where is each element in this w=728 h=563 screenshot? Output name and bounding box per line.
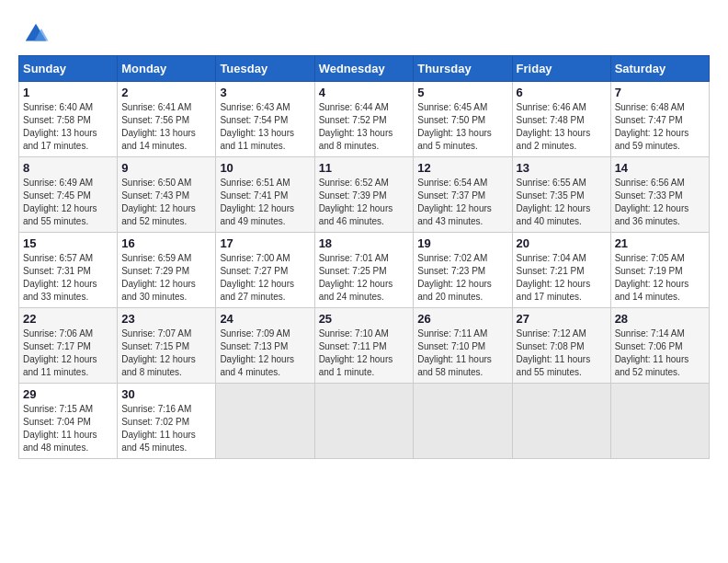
calendar-cell: 21Sunrise: 7:05 AMSunset: 7:19 PMDayligh… (610, 233, 709, 308)
calendar-week-row: 1Sunrise: 6:40 AMSunset: 7:58 PMDaylight… (19, 82, 710, 157)
day-number: 22 (23, 312, 113, 326)
header (18, 18, 710, 46)
day-info: Sunrise: 7:11 AMSunset: 7:10 PMDaylight:… (417, 327, 507, 379)
day-info: Sunrise: 6:44 AMSunset: 7:52 PMDaylight:… (319, 101, 410, 153)
day-number: 13 (517, 161, 607, 175)
calendar-cell: 24Sunrise: 7:09 AMSunset: 7:13 PMDayligh… (216, 308, 314, 384)
day-number: 29 (23, 387, 113, 401)
calendar-cell: 1Sunrise: 6:40 AMSunset: 7:58 PMDaylight… (19, 82, 118, 157)
calendar-week-row: 29Sunrise: 7:15 AMSunset: 7:04 PMDayligh… (19, 384, 710, 459)
calendar-cell: 19Sunrise: 7:02 AMSunset: 7:23 PMDayligh… (414, 233, 512, 308)
day-info: Sunrise: 7:07 AMSunset: 7:15 PMDaylight:… (121, 327, 211, 379)
weekday-header-row: SundayMondayTuesdayWednesdayThursdayFrid… (19, 56, 710, 82)
day-info: Sunrise: 6:46 AMSunset: 7:48 PMDaylight:… (517, 101, 607, 153)
day-info: Sunrise: 6:45 AMSunset: 7:50 PMDaylight:… (417, 101, 507, 153)
calendar-cell: 17Sunrise: 7:00 AMSunset: 7:27 PMDayligh… (216, 233, 314, 308)
calendar-cell: 28Sunrise: 7:14 AMSunset: 7:06 PMDayligh… (610, 308, 709, 384)
day-info: Sunrise: 7:05 AMSunset: 7:19 PMDaylight:… (615, 252, 705, 304)
calendar-cell (216, 384, 314, 459)
day-number: 30 (121, 387, 211, 401)
day-number: 4 (319, 86, 410, 99)
calendar-cell (314, 384, 414, 459)
day-number: 7 (615, 86, 705, 99)
weekday-header-sunday: Sunday (19, 56, 118, 82)
day-number: 25 (319, 312, 410, 326)
day-number: 9 (121, 161, 211, 175)
calendar-cell: 3Sunrise: 6:43 AMSunset: 7:54 PMDaylight… (216, 82, 314, 157)
calendar-cell: 4Sunrise: 6:44 AMSunset: 7:52 PMDaylight… (314, 82, 414, 157)
calendar-cell: 11Sunrise: 6:52 AMSunset: 7:39 PMDayligh… (314, 157, 414, 233)
day-number: 5 (417, 86, 507, 99)
day-info: Sunrise: 7:02 AMSunset: 7:23 PMDaylight:… (417, 252, 507, 304)
day-number: 26 (417, 312, 507, 326)
day-number: 1 (23, 86, 113, 99)
calendar-cell: 25Sunrise: 7:10 AMSunset: 7:11 PMDayligh… (314, 308, 414, 384)
day-number: 2 (121, 86, 211, 99)
calendar-cell: 8Sunrise: 6:49 AMSunset: 7:45 PMDaylight… (19, 157, 118, 233)
day-number: 10 (220, 161, 310, 175)
day-info: Sunrise: 6:43 AMSunset: 7:54 PMDaylight:… (220, 101, 310, 153)
day-number: 17 (220, 236, 310, 250)
calendar-cell: 6Sunrise: 6:46 AMSunset: 7:48 PMDaylight… (512, 82, 610, 157)
day-number: 11 (319, 161, 410, 175)
day-info: Sunrise: 6:55 AMSunset: 7:35 PMDaylight:… (517, 177, 607, 228)
day-info: Sunrise: 7:00 AMSunset: 7:27 PMDaylight:… (220, 252, 310, 304)
calendar-week-row: 15Sunrise: 6:57 AMSunset: 7:31 PMDayligh… (19, 233, 710, 308)
day-info: Sunrise: 7:09 AMSunset: 7:13 PMDaylight:… (220, 327, 310, 379)
day-number: 21 (615, 236, 705, 250)
calendar-cell: 7Sunrise: 6:48 AMSunset: 7:47 PMDaylight… (610, 82, 709, 157)
calendar-cell (414, 384, 512, 459)
calendar-cell: 2Sunrise: 6:41 AMSunset: 7:56 PMDaylight… (118, 82, 216, 157)
weekday-header-friday: Friday (512, 56, 610, 82)
day-number: 19 (417, 236, 507, 250)
day-number: 15 (23, 236, 113, 250)
day-info: Sunrise: 6:40 AMSunset: 7:58 PMDaylight:… (23, 101, 113, 153)
calendar-cell: 22Sunrise: 7:06 AMSunset: 7:17 PMDayligh… (19, 308, 118, 384)
calendar-cell: 26Sunrise: 7:11 AMSunset: 7:10 PMDayligh… (414, 308, 512, 384)
day-number: 18 (319, 236, 410, 250)
day-info: Sunrise: 6:41 AMSunset: 7:56 PMDaylight:… (121, 101, 211, 153)
calendar-cell: 15Sunrise: 6:57 AMSunset: 7:31 PMDayligh… (19, 233, 118, 308)
logo (18, 18, 50, 46)
day-info: Sunrise: 7:10 AMSunset: 7:11 PMDaylight:… (319, 327, 410, 379)
day-number: 27 (517, 312, 607, 326)
calendar-cell: 9Sunrise: 6:50 AMSunset: 7:43 PMDaylight… (118, 157, 216, 233)
day-info: Sunrise: 6:51 AMSunset: 7:41 PMDaylight:… (220, 177, 310, 228)
calendar-cell: 14Sunrise: 6:56 AMSunset: 7:33 PMDayligh… (610, 157, 709, 233)
day-info: Sunrise: 7:14 AMSunset: 7:06 PMDaylight:… (615, 327, 705, 379)
day-number: 6 (517, 86, 607, 99)
calendar-cell: 27Sunrise: 7:12 AMSunset: 7:08 PMDayligh… (512, 308, 610, 384)
day-info: Sunrise: 6:50 AMSunset: 7:43 PMDaylight:… (121, 177, 211, 228)
calendar-cell (512, 384, 610, 459)
calendar-week-row: 22Sunrise: 7:06 AMSunset: 7:17 PMDayligh… (19, 308, 710, 384)
day-number: 24 (220, 312, 310, 326)
calendar-cell: 23Sunrise: 7:07 AMSunset: 7:15 PMDayligh… (118, 308, 216, 384)
day-number: 20 (517, 236, 607, 250)
calendar-cell: 5Sunrise: 6:45 AMSunset: 7:50 PMDaylight… (414, 82, 512, 157)
calendar-table: SundayMondayTuesdayWednesdayThursdayFrid… (18, 55, 710, 459)
day-info: Sunrise: 6:57 AMSunset: 7:31 PMDaylight:… (23, 252, 113, 304)
calendar-cell: 10Sunrise: 6:51 AMSunset: 7:41 PMDayligh… (216, 157, 314, 233)
calendar-cell: 20Sunrise: 7:04 AMSunset: 7:21 PMDayligh… (512, 233, 610, 308)
day-number: 16 (121, 236, 211, 250)
weekday-header-saturday: Saturday (610, 56, 709, 82)
weekday-header-thursday: Thursday (414, 56, 512, 82)
day-info: Sunrise: 6:54 AMSunset: 7:37 PMDaylight:… (417, 177, 507, 228)
day-number: 28 (615, 312, 705, 326)
day-info: Sunrise: 7:06 AMSunset: 7:17 PMDaylight:… (23, 327, 113, 379)
day-info: Sunrise: 7:12 AMSunset: 7:08 PMDaylight:… (517, 327, 607, 379)
day-info: Sunrise: 6:52 AMSunset: 7:39 PMDaylight:… (319, 177, 410, 228)
calendar-week-row: 8Sunrise: 6:49 AMSunset: 7:45 PMDaylight… (19, 157, 710, 233)
calendar-cell: 18Sunrise: 7:01 AMSunset: 7:25 PMDayligh… (314, 233, 414, 308)
day-info: Sunrise: 7:04 AMSunset: 7:21 PMDaylight:… (517, 252, 607, 304)
logo-icon (22, 18, 50, 46)
weekday-header-tuesday: Tuesday (216, 56, 314, 82)
calendar-cell (610, 384, 709, 459)
weekday-header-monday: Monday (118, 56, 216, 82)
day-info: Sunrise: 6:56 AMSunset: 7:33 PMDaylight:… (615, 177, 705, 228)
calendar-cell: 16Sunrise: 6:59 AMSunset: 7:29 PMDayligh… (118, 233, 216, 308)
day-number: 14 (615, 161, 705, 175)
day-info: Sunrise: 7:15 AMSunset: 7:04 PMDaylight:… (23, 403, 113, 454)
day-info: Sunrise: 6:49 AMSunset: 7:45 PMDaylight:… (23, 177, 113, 228)
day-info: Sunrise: 6:59 AMSunset: 7:29 PMDaylight:… (121, 252, 211, 304)
